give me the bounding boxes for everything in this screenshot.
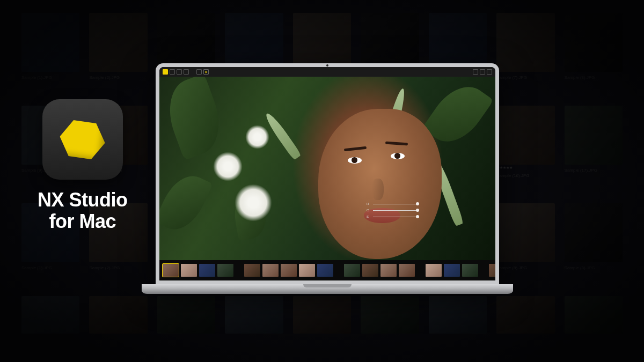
image-viewer[interactable]: H C S bbox=[159, 77, 495, 260]
slider-c[interactable] bbox=[373, 210, 418, 211]
bg-thumbnail-label: Sample (1).JPG bbox=[21, 265, 79, 270]
bg-thumbnail-cell: ★★★★★Sample (16).JPG bbox=[496, 106, 554, 194]
bg-thumbnail-cell: Sample (8).JPG bbox=[565, 203, 623, 286]
filmstrip-thumbnail[interactable] bbox=[281, 264, 297, 277]
bg-thumbnail-label: Sample (17).JPG bbox=[565, 168, 623, 173]
hexagon-logo-icon bbox=[57, 116, 108, 162]
laptop-mockup: ✕ bbox=[156, 63, 499, 294]
app-toolbar: ✕ bbox=[159, 67, 495, 77]
filmstrip-thumbnail[interactable] bbox=[444, 264, 460, 277]
app-title: NX Studio for Mac bbox=[38, 189, 127, 232]
bg-thumbnail-cell bbox=[496, 296, 554, 350]
filmstrip-thumbnail[interactable] bbox=[163, 264, 179, 277]
bg-thumbnail-cell bbox=[157, 296, 215, 350]
bg-thumbnail-cell: Sample (17).JPG bbox=[565, 106, 623, 194]
laptop-bezel: ✕ bbox=[156, 63, 499, 284]
app-icon bbox=[42, 99, 123, 180]
filmstrip-thumbnail[interactable] bbox=[344, 264, 360, 277]
toolbar-fit-icon[interactable] bbox=[480, 69, 485, 75]
laptop-base bbox=[142, 284, 513, 294]
branding-block: NX Studio for Mac bbox=[38, 99, 127, 232]
bg-thumbnail-cell: Sample (1).JPG bbox=[21, 13, 79, 96]
filmstrip-thumbnail[interactable] bbox=[217, 264, 233, 277]
filmstrip-thumbnail[interactable] bbox=[181, 264, 197, 277]
slider-row: H bbox=[367, 202, 418, 205]
rating-stars: ★★★★★ bbox=[496, 166, 554, 170]
slider-label-c: C bbox=[367, 209, 371, 212]
filmstrip-thumbnail[interactable] bbox=[462, 264, 478, 277]
toolbar-expand-icon[interactable] bbox=[473, 69, 478, 75]
bg-thumbnail-cell bbox=[225, 296, 283, 350]
bg-thumbnail-cell bbox=[89, 296, 147, 350]
main-image bbox=[159, 77, 495, 260]
filmstrip-thumbnail[interactable] bbox=[426, 264, 442, 277]
bg-thumbnail-label: Sample (7).JPG bbox=[496, 75, 554, 80]
bg-thumbnail-label: Sample (16).JPG bbox=[496, 173, 554, 178]
laptop-screen: ✕ bbox=[159, 67, 495, 280]
filmstrip-thumbnail[interactable] bbox=[362, 264, 378, 277]
bg-thumbnail-label: Sample (2).JPG bbox=[89, 75, 147, 80]
view-mode-grid-button[interactable] bbox=[163, 69, 168, 75]
filmstrip-thumbnail[interactable] bbox=[262, 264, 279, 277]
bg-thumbnail-cell: Sample (7).JPG bbox=[496, 13, 554, 96]
slider-row: S bbox=[367, 215, 418, 218]
bg-thumbnail-cell bbox=[565, 296, 623, 350]
toolbar-close-icon[interactable]: ✕ bbox=[203, 69, 209, 75]
filmstrip[interactable] bbox=[159, 260, 495, 280]
filmstrip-thumbnail[interactable] bbox=[299, 264, 315, 277]
slider-h[interactable] bbox=[373, 204, 418, 204]
title-line-2: for Mac bbox=[49, 210, 116, 232]
slider-row: C bbox=[367, 209, 418, 212]
view-mode-compare-button[interactable] bbox=[177, 69, 182, 75]
bg-thumbnail-cell: Sample (8).JPG bbox=[565, 13, 623, 96]
filmstrip-thumbnail[interactable] bbox=[380, 264, 397, 277]
view-mode-single-button[interactable] bbox=[184, 69, 189, 75]
bg-thumbnail-label: Sample (8).JPG bbox=[565, 265, 623, 270]
title-line-1: NX Studio bbox=[38, 189, 127, 211]
slider-label-s: S bbox=[367, 215, 371, 218]
view-mode-list-button[interactable] bbox=[170, 69, 175, 75]
filmstrip-thumbnail[interactable] bbox=[399, 264, 415, 277]
filmstrip-thumbnail[interactable] bbox=[199, 264, 215, 277]
bg-thumbnail-cell bbox=[429, 296, 487, 350]
bg-thumbnail-cell bbox=[21, 296, 79, 350]
slider-label-h: H bbox=[367, 202, 371, 205]
laptop-camera bbox=[326, 64, 328, 67]
bg-thumbnail-cell bbox=[361, 296, 419, 350]
filmstrip-thumbnail[interactable] bbox=[244, 264, 260, 277]
slider-s[interactable] bbox=[373, 217, 418, 217]
bg-thumbnail-cell: Sample (2).JPG bbox=[89, 13, 147, 96]
bg-thumbnail-label: Sample (8).JPG bbox=[496, 265, 554, 270]
bg-thumbnail-label: Sample (2).JPG bbox=[89, 265, 147, 270]
filmstrip-thumbnail[interactable] bbox=[317, 264, 333, 277]
adjustment-sliders: H C S bbox=[367, 202, 418, 218]
bg-thumbnail-cell: Sample (8).JPG bbox=[496, 203, 554, 286]
toolbar-tool-button[interactable] bbox=[196, 69, 202, 75]
bg-thumbnail-label: Sample (1).JPG bbox=[21, 75, 79, 80]
toolbar-panel-icon[interactable] bbox=[487, 69, 492, 75]
bg-thumbnail-cell bbox=[293, 296, 351, 350]
filmstrip-thumbnail[interactable] bbox=[489, 264, 495, 277]
bg-thumbnail-label: Sample (8).JPG bbox=[565, 75, 623, 80]
